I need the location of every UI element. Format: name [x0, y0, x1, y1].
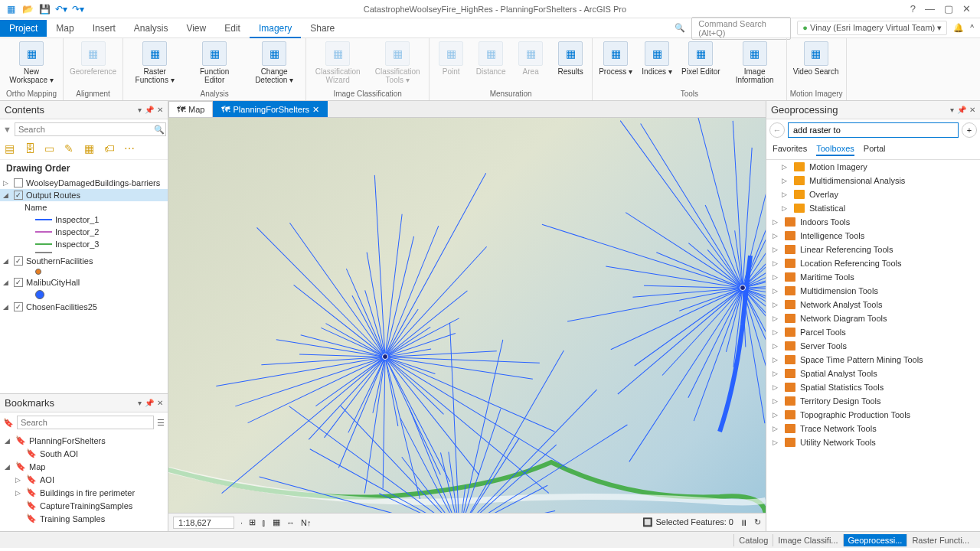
- bookmark-list-icon[interactable]: ☰: [157, 418, 165, 428]
- list-by-drawing-icon[interactable]: ▤: [5, 142, 18, 156]
- redo-icon[interactable]: ↷▾: [72, 3, 84, 15]
- back-icon[interactable]: ←: [769, 122, 785, 138]
- tab-view[interactable]: View: [177, 20, 215, 37]
- layer-item[interactable]: ◢✓ChosenFacilities25: [0, 301, 168, 313]
- map-tool-icon[interactable]: ↔: [286, 518, 295, 527]
- ribbon-raster-functions-[interactable]: ▦Raster Functions ▾: [126, 40, 183, 86]
- gp-tab-portal[interactable]: Portal: [864, 144, 886, 156]
- list-by-labeling-icon[interactable]: 🏷: [104, 142, 118, 156]
- ribbon-indices-[interactable]: ▦Indices ▾: [639, 40, 675, 77]
- add-tool-icon[interactable]: +: [962, 122, 977, 138]
- layer-item[interactable]: Inspector_1: [0, 214, 168, 226]
- pane-menu-icon[interactable]: ▾: [138, 399, 142, 407]
- tab-analysis[interactable]: Analysis: [125, 20, 178, 37]
- layer-item[interactable]: ◢✓MalibuCityHall: [0, 276, 168, 289]
- bookmark-item[interactable]: ▷🔖AOI: [2, 473, 166, 486]
- toolset-item[interactable]: ▷Motion Imagery: [766, 160, 980, 174]
- maximize-icon[interactable]: ▢: [944, 3, 953, 15]
- toolset-item[interactable]: ▷Overlay: [766, 187, 980, 201]
- toolbox-item[interactable]: ▷Linear Referencing Tools: [766, 243, 980, 256]
- layer-item[interactable]: ◢✓Output Routes: [0, 189, 168, 201]
- bookmark-item[interactable]: 🔖CaptureTrainingSamples: [2, 499, 166, 512]
- tab-share[interactable]: Share: [301, 20, 344, 37]
- save-icon[interactable]: 💾: [38, 3, 51, 15]
- dock-tab[interactable]: Image Classifi...: [773, 534, 842, 546]
- pane-close-icon[interactable]: ✕: [157, 106, 163, 114]
- bookmark-item[interactable]: ◢🔖PlanningForShelters: [2, 434, 166, 447]
- toolbox-item[interactable]: ▷Server Tools: [766, 339, 980, 353]
- toolbox-item[interactable]: ▷Maritime Tools: [766, 270, 980, 284]
- notifications-icon[interactable]: 🔔: [953, 23, 964, 33]
- filter-icon[interactable]: ▼: [3, 125, 11, 134]
- layer-item[interactable]: Name: [0, 201, 168, 214]
- map-tab[interactable]: 🗺Map: [168, 101, 213, 117]
- ribbon-pixel-editor[interactable]: ▦Pixel Editor: [678, 40, 724, 77]
- open-icon[interactable]: 📂: [21, 3, 34, 15]
- tab-project[interactable]: Project: [0, 20, 47, 37]
- ribbon-video-search[interactable]: ▦Video Search: [790, 40, 842, 77]
- map-tool-icon[interactable]: N↑: [301, 518, 311, 527]
- bookmark-item[interactable]: 🔖Training Samples: [2, 512, 166, 525]
- pane-menu-icon[interactable]: ▾: [138, 106, 142, 114]
- dock-tab[interactable]: Catalog: [733, 534, 773, 546]
- toolbox-item[interactable]: ▷Indoors Tools: [766, 215, 980, 229]
- geoprocessing-search[interactable]: [788, 122, 959, 138]
- layer-item[interactable]: ▷WoolseyDamagedBuildings-barriers: [0, 177, 168, 189]
- tab-insert[interactable]: Insert: [83, 20, 125, 37]
- pane-close-icon[interactable]: ✕: [157, 399, 163, 407]
- toolbox-item[interactable]: ▷Space Time Pattern Mining Tools: [766, 353, 980, 367]
- dock-tab[interactable]: Geoprocessi...: [843, 534, 907, 546]
- toolbox-item[interactable]: ▷Spatial Statistics Tools: [766, 380, 980, 394]
- ribbon-new-workspace-[interactable]: ▦New Workspace ▾: [3, 40, 60, 86]
- toolbox-item[interactable]: ▷Network Diagram Tools: [766, 311, 980, 325]
- map-tool-icon[interactable]: ▦: [273, 517, 280, 527]
- list-by-selection-icon[interactable]: ▭: [44, 142, 58, 156]
- layer-item[interactable]: ◢✓SouthernFacilities: [0, 255, 168, 267]
- ribbon-image-information[interactable]: ▦Image Information: [727, 40, 783, 86]
- layer-item[interactable]: Inspector_2: [0, 226, 168, 238]
- refresh-icon[interactable]: ↻: [754, 517, 761, 527]
- layer-item[interactable]: Inspector_3: [0, 238, 168, 250]
- map-scale[interactable]: 1:18,627: [173, 517, 234, 529]
- map-tool-icon[interactable]: ⫿: [262, 518, 266, 527]
- bookmark-view-icon[interactable]: 🔖: [3, 418, 14, 428]
- bookmark-item[interactable]: 🔖South AOI: [2, 447, 166, 460]
- toolset-item[interactable]: ▷Statistical: [766, 201, 980, 215]
- search-icon[interactable]: 🔍: [154, 125, 165, 135]
- toolbox-item[interactable]: ▷Trace Network Tools: [766, 422, 980, 435]
- toolbox-item[interactable]: ▷Utility Network Tools: [766, 435, 980, 449]
- pane-menu-icon[interactable]: ▾: [950, 106, 954, 114]
- dock-tab[interactable]: Raster Functi...: [906, 534, 974, 546]
- toolbox-item[interactable]: ▷Intelligence Tools: [766, 229, 980, 243]
- toolbox-item[interactable]: ▷Parcel Tools: [766, 325, 980, 339]
- toolbox-item[interactable]: ▷Spatial Analyst Tools: [766, 367, 980, 380]
- gp-tab-favorites[interactable]: Favorites: [773, 144, 807, 156]
- layer-item[interactable]: [0, 267, 168, 276]
- tab-edit[interactable]: Edit: [215, 20, 250, 37]
- pane-pin-icon[interactable]: 📌: [145, 106, 154, 114]
- ribbon-process-[interactable]: ▦Process ▾: [596, 40, 635, 77]
- undo-icon[interactable]: ↶▾: [55, 3, 67, 15]
- layer-item[interactable]: [0, 289, 168, 301]
- toolbox-item[interactable]: ▷Topographic Production Tools: [766, 408, 980, 422]
- list-by-snapping-icon[interactable]: ▦: [84, 142, 98, 156]
- close-icon[interactable]: ✕: [962, 3, 971, 15]
- list-by-editing-icon[interactable]: ✎: [64, 142, 78, 156]
- list-by-source-icon[interactable]: 🗄: [24, 142, 38, 156]
- collapse-ribbon-icon[interactable]: ^: [970, 24, 974, 32]
- pane-close-icon[interactable]: ✕: [969, 106, 975, 114]
- map-tool-icon[interactable]: ⊞: [249, 517, 256, 527]
- pane-pin-icon[interactable]: 📌: [957, 106, 966, 114]
- help-icon[interactable]: ?: [910, 3, 916, 15]
- ribbon-change-detection-[interactable]: ▦Change Detection ▾: [246, 40, 302, 86]
- more-icon[interactable]: ⋯: [124, 142, 138, 156]
- bookmark-item[interactable]: ◢🔖Map: [2, 460, 166, 473]
- tab-imagery[interactable]: Imagery: [250, 20, 301, 38]
- ribbon-results[interactable]: ▦Results: [552, 40, 589, 77]
- command-search[interactable]: Command Search (Alt+Q): [691, 17, 791, 40]
- map-tab[interactable]: 🗺PlanningForShelters✕: [213, 101, 328, 117]
- toolbox-item[interactable]: ▷Location Referencing Tools: [766, 256, 980, 270]
- pause-icon[interactable]: ⏸: [740, 518, 748, 527]
- map-view[interactable]: [168, 118, 766, 513]
- contents-search[interactable]: [15, 122, 166, 136]
